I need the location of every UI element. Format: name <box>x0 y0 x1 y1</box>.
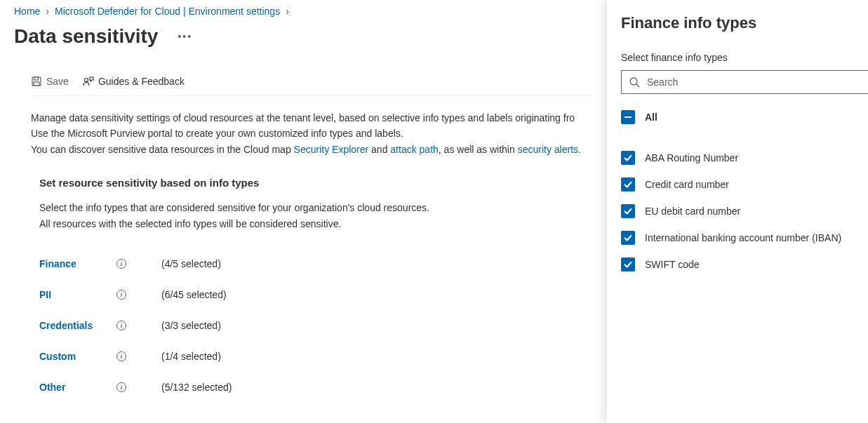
breadcrumb-home[interactable]: Home <box>14 6 40 17</box>
info-icon[interactable]: i <box>116 290 126 300</box>
person-feedback-icon <box>83 76 94 87</box>
info-type-count: (5/132 selected) <box>161 382 232 393</box>
checkbox-row[interactable]: SWIFT code <box>621 251 868 278</box>
description-text: Manage data sensitivity settings of clou… <box>31 110 593 157</box>
svg-point-4 <box>630 78 637 85</box>
attack-path-link[interactable]: attack path <box>390 144 439 155</box>
info-type-row-finance: Finance i (4/5 selected) <box>39 248 593 279</box>
checkbox[interactable] <box>621 257 635 271</box>
finance-info-types-panel: Finance info types Select finance info t… <box>607 0 868 423</box>
info-type-link-other[interactable]: Other <box>39 382 116 393</box>
info-icon[interactable]: i <box>116 259 126 269</box>
save-button[interactable]: Save <box>31 76 69 87</box>
check-icon <box>623 260 633 269</box>
indeterminate-icon <box>625 116 632 118</box>
checkbox[interactable] <box>621 177 635 192</box>
info-type-link-finance[interactable]: Finance <box>39 258 116 269</box>
info-type-row-pii: PII i (6/45 selected) <box>39 279 593 310</box>
info-type-count: (4/5 selected) <box>161 258 221 269</box>
checkbox-all-label: All <box>645 112 657 123</box>
check-icon <box>623 206 633 216</box>
chevron-right-icon: › <box>46 6 49 17</box>
checkbox[interactable] <box>621 204 635 218</box>
info-type-link-credentials[interactable]: Credentials <box>39 320 116 331</box>
info-type-count: (6/45 selected) <box>161 289 227 300</box>
more-icon[interactable]: ••• <box>172 28 198 45</box>
save-icon <box>31 76 42 87</box>
checkbox-row[interactable]: ABA Routing Number <box>621 145 868 171</box>
checkbox-all[interactable] <box>621 110 635 124</box>
checkbox[interactable] <box>621 151 635 165</box>
svg-rect-1 <box>34 77 39 80</box>
info-type-count: (3/3 selected) <box>161 320 221 331</box>
checkbox[interactable] <box>621 231 635 245</box>
check-icon <box>623 153 633 163</box>
panel-label: Select finance info types <box>621 52 868 63</box>
svg-rect-2 <box>34 82 39 86</box>
checkbox-label: ABA Routing Number <box>645 152 738 163</box>
check-icon <box>623 233 633 243</box>
security-explorer-link[interactable]: Security Explorer <box>294 144 369 155</box>
breadcrumb: Home › Microsoft Defender for Cloud | En… <box>14 6 593 17</box>
check-icon <box>623 180 633 189</box>
security-alerts-link[interactable]: security alerts <box>518 144 578 155</box>
info-type-link-pii[interactable]: PII <box>39 289 116 300</box>
info-type-row-credentials: Credentials i (3/3 selected) <box>39 310 593 341</box>
search-icon <box>629 76 640 88</box>
checkbox-row[interactable]: International banking account number (IB… <box>621 224 868 251</box>
search-input[interactable] <box>647 76 861 88</box>
search-box[interactable] <box>621 70 868 94</box>
chevron-right-icon: › <box>286 6 289 17</box>
info-icon[interactable]: i <box>116 351 126 361</box>
checkbox-label: SWIFT code <box>645 259 700 270</box>
breadcrumb-defender[interactable]: Microsoft Defender for Cloud | Environme… <box>55 6 280 17</box>
info-types-list: Finance i (4/5 selected) PII i (6/45 sel… <box>39 248 593 403</box>
guides-feedback-button[interactable]: Guides & Feedback <box>83 76 185 87</box>
info-type-count: (1/4 selected) <box>161 351 221 362</box>
checkbox-label: Credit card number <box>645 179 729 190</box>
info-type-link-custom[interactable]: Custom <box>39 351 116 362</box>
checkbox-row[interactable]: EU debit card number <box>621 198 868 224</box>
svg-line-5 <box>636 84 639 87</box>
page-title: Data sensitivity <box>14 25 158 48</box>
info-icon[interactable]: i <box>116 321 126 330</box>
checkbox-label: EU debit card number <box>645 206 740 217</box>
info-type-row-other: Other i (5/132 selected) <box>39 372 593 403</box>
svg-point-3 <box>84 79 88 82</box>
checkbox-all-row[interactable]: All <box>621 104 868 130</box>
checkbox-row[interactable]: Credit card number <box>621 171 868 198</box>
panel-title: Finance info types <box>621 14 868 32</box>
section-heading: Set resource sensitivity based on info t… <box>39 177 593 189</box>
info-type-row-custom: Custom i (1/4 selected) <box>39 341 593 372</box>
section-description: Select the info types that are considere… <box>39 200 593 231</box>
info-icon[interactable]: i <box>116 382 126 392</box>
checkbox-label: International banking account number (IB… <box>645 232 841 243</box>
